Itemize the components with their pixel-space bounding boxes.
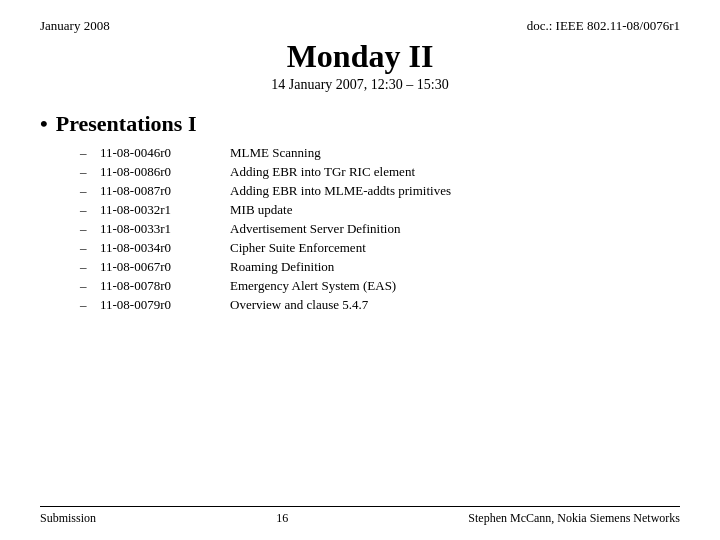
- doc-id: 11-08-0032r1: [100, 202, 230, 218]
- table-row: –11-08-0078r0Emergency Alert System (EAS…: [80, 278, 680, 294]
- doc-id: 11-08-0087r0: [100, 183, 230, 199]
- doc-description: Roaming Definition: [230, 259, 334, 275]
- bullet-icon: •: [40, 111, 48, 136]
- doc-id: 11-08-0086r0: [100, 164, 230, 180]
- main-title: Monday II: [40, 38, 680, 75]
- doc-description: Advertisement Server Definition: [230, 221, 400, 237]
- doc-description: Emergency Alert System (EAS): [230, 278, 396, 294]
- doc-description: Overview and clause 5.4.7: [230, 297, 368, 313]
- table-row: –11-08-0033r1Advertisement Server Defini…: [80, 221, 680, 237]
- footer: Submission 16 Stephen McCann, Nokia Siem…: [40, 506, 680, 526]
- header-doc: doc.: IEEE 802.11-08/0076r1: [527, 18, 680, 34]
- doc-description: Cipher Suite Enforcement: [230, 240, 366, 256]
- doc-description: Adding EBR into MLME-addts primitives: [230, 183, 451, 199]
- dash-icon: –: [80, 164, 92, 180]
- dash-icon: –: [80, 145, 92, 161]
- table-row: –11-08-0034r0Cipher Suite Enforcement: [80, 240, 680, 256]
- table-row: –11-08-0046r0MLME Scanning: [80, 145, 680, 161]
- footer-author: Stephen McCann, Nokia Siemens Networks: [468, 511, 680, 526]
- doc-id: 11-08-0067r0: [100, 259, 230, 275]
- doc-description: MIB update: [230, 202, 292, 218]
- presentations-heading: •Presentations I: [40, 111, 680, 137]
- table-row: –11-08-0079r0Overview and clause 5.4.7: [80, 297, 680, 313]
- table-row: –11-08-0032r1MIB update: [80, 202, 680, 218]
- doc-description: Adding EBR into TGr RIC element: [230, 164, 415, 180]
- doc-id: 11-08-0079r0: [100, 297, 230, 313]
- dash-icon: –: [80, 297, 92, 313]
- dash-icon: –: [80, 278, 92, 294]
- items-table: –11-08-0046r0MLME Scanning–11-08-0086r0A…: [80, 145, 680, 313]
- doc-id: 11-08-0078r0: [100, 278, 230, 294]
- page: January 2008 doc.: IEEE 802.11-08/0076r1…: [0, 0, 720, 540]
- dash-icon: –: [80, 259, 92, 275]
- title-section: Monday II 14 January 2007, 12:30 – 15:30: [40, 38, 680, 93]
- doc-id: 11-08-0034r0: [100, 240, 230, 256]
- table-row: –11-08-0087r0Adding EBR into MLME-addts …: [80, 183, 680, 199]
- header-bar: January 2008 doc.: IEEE 802.11-08/0076r1: [40, 18, 680, 34]
- presentations-label: Presentations I: [56, 111, 197, 136]
- header-date: January 2008: [40, 18, 110, 34]
- doc-description: MLME Scanning: [230, 145, 321, 161]
- table-row: –11-08-0067r0Roaming Definition: [80, 259, 680, 275]
- dash-icon: –: [80, 202, 92, 218]
- doc-id: 11-08-0033r1: [100, 221, 230, 237]
- doc-id: 11-08-0046r0: [100, 145, 230, 161]
- footer-submission: Submission: [40, 511, 96, 526]
- footer-page: 16: [276, 511, 288, 526]
- table-row: –11-08-0086r0Adding EBR into TGr RIC ele…: [80, 164, 680, 180]
- dash-icon: –: [80, 221, 92, 237]
- dash-icon: –: [80, 240, 92, 256]
- subtitle: 14 January 2007, 12:30 – 15:30: [40, 77, 680, 93]
- dash-icon: –: [80, 183, 92, 199]
